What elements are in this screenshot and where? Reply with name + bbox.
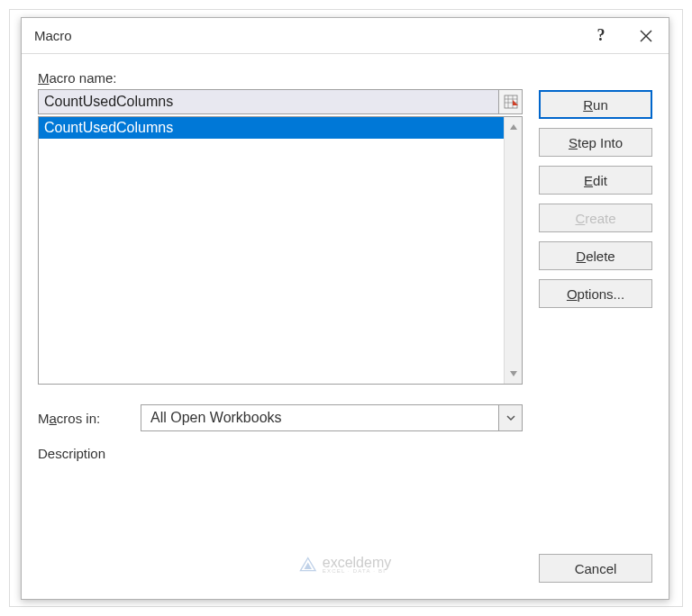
options-button[interactable]: Options... xyxy=(539,279,652,308)
macros-in-label: Macros in: xyxy=(38,411,128,426)
step-into-button[interactable]: Step Into xyxy=(539,128,652,157)
left-column: Macro name: xyxy=(38,70,523,586)
macro-dialog: Macro ? Macro name: xyxy=(21,17,669,600)
macro-listbox[interactable]: CountUsedColumns xyxy=(39,117,504,384)
svg-marker-8 xyxy=(510,124,517,130)
table-ref-icon xyxy=(504,95,518,109)
cancel-row: Cancel xyxy=(539,554,652,583)
close-button[interactable] xyxy=(624,18,669,54)
right-column: Run Step Into Edit Create Delete Options… xyxy=(539,70,652,586)
delete-button[interactable]: Delete xyxy=(539,241,652,270)
svg-rect-2 xyxy=(505,95,517,108)
edit-button[interactable]: Edit xyxy=(539,166,652,195)
macro-name-input[interactable] xyxy=(38,89,499,114)
macros-in-select[interactable]: All Open Workbooks xyxy=(141,404,523,431)
macros-in-value: All Open Workbooks xyxy=(141,410,498,426)
help-button[interactable]: ? xyxy=(578,18,624,54)
macro-name-label: Macro name: xyxy=(38,70,523,86)
list-item-label: CountUsedColumns xyxy=(44,120,173,136)
select-dropdown-button[interactable] xyxy=(498,405,522,430)
macro-name-row xyxy=(38,89,523,114)
dialog-body: Macro name: xyxy=(22,54,669,599)
ref-edit-button[interactable] xyxy=(499,89,523,114)
create-button: Create xyxy=(539,204,652,232)
list-item[interactable]: CountUsedColumns xyxy=(39,117,504,139)
svg-marker-9 xyxy=(510,371,517,376)
close-icon xyxy=(640,30,652,42)
scroll-down-icon xyxy=(509,367,518,380)
run-button[interactable]: Run xyxy=(539,90,652,119)
list-scrollbar[interactable] xyxy=(504,117,522,384)
titlebar: Macro ? xyxy=(22,18,669,54)
description-label: Description xyxy=(38,446,523,461)
scroll-up-icon xyxy=(509,121,518,133)
dialog-title: Macro xyxy=(34,28,578,43)
cancel-button[interactable]: Cancel xyxy=(539,554,652,583)
chevron-down-icon xyxy=(505,414,516,421)
macros-in-row: Macros in: All Open Workbooks xyxy=(38,404,523,431)
macro-list: CountUsedColumns xyxy=(38,116,523,385)
